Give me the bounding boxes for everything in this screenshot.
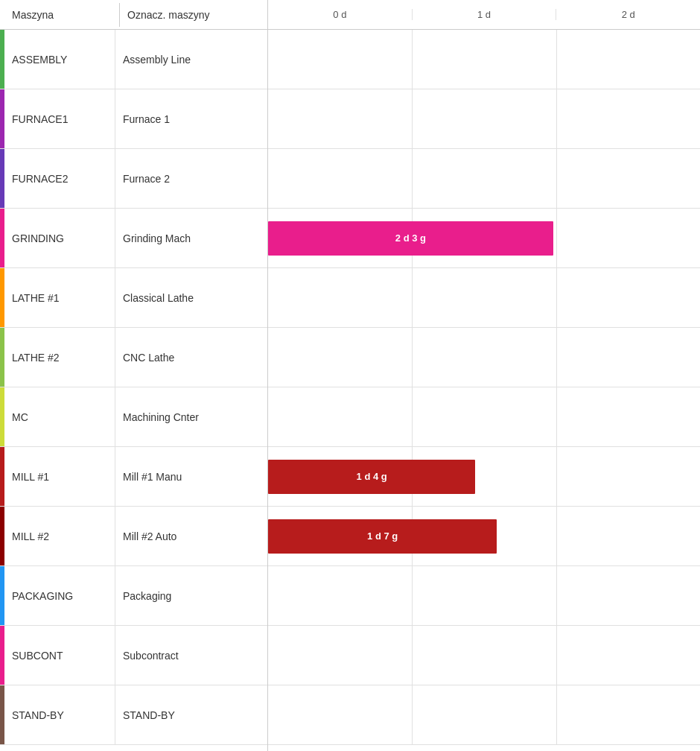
grid-line-2 (556, 566, 557, 625)
chart-row-packaging (268, 566, 700, 626)
grid-line-1 (412, 30, 413, 89)
machine-cell-mill2: MILL #2 (4, 507, 115, 565)
grid-line-1 (412, 149, 413, 208)
chart-grid (268, 328, 700, 387)
table-row-mill1: MILL #1 Mill #1 Manu (0, 447, 267, 507)
chart-grid (268, 149, 700, 208)
chart-grid (268, 685, 700, 744)
chart-header-2d: 2 d (556, 9, 700, 20)
grid-line-2 (556, 387, 557, 446)
chart-row-grinding: 2 d 3 g (268, 209, 700, 268)
chart-row-furnace2 (268, 149, 700, 209)
grid-line-2 (556, 685, 557, 744)
machine-cell-subcont: SUBCONT (4, 626, 115, 685)
chart-grid (268, 89, 700, 148)
label-cell-assembly: Assembly Line (115, 30, 267, 89)
grid-line-2 (556, 626, 557, 685)
header-label: Oznacz. maszyny (120, 3, 267, 27)
chart-row-subcont (268, 626, 700, 685)
grid-line-2 (556, 149, 557, 208)
chart-row-standby (268, 685, 700, 745)
grid-line-2 (556, 89, 557, 148)
chart-row-furnace1 (268, 89, 700, 149)
table-row-furnace1: FURNACE1 Furnace 1 (0, 89, 267, 149)
table-row-lathe1: LATHE #1 Classical Lathe (0, 268, 267, 328)
label-cell-standby: STAND-BY (115, 685, 267, 744)
grid-line-2 (556, 328, 557, 387)
label-cell-mill2: Mill #2 Auto (115, 507, 267, 565)
machine-cell-mc: MC (4, 387, 115, 446)
label-cell-packaging: Packaging (115, 566, 267, 625)
label-cell-furnace1: Furnace 1 (115, 89, 267, 148)
chart-grid (268, 626, 700, 685)
chart-row-mill1: 1 d 4 g (268, 447, 700, 507)
label-cell-grinding: Grinding Mach (115, 209, 267, 267)
chart-row-assembly (268, 30, 700, 89)
chart-grid (268, 268, 700, 327)
label-cell-subcont: Subcontract (115, 626, 267, 685)
label-cell-mill1: Mill #1 Manu (115, 447, 267, 506)
machine-cell-furnace2: FURNACE2 (4, 149, 115, 208)
table-row-lathe2: LATHE #2 CNC Lathe (0, 328, 267, 387)
grid-line-1 (412, 328, 413, 387)
table-row-assembly: ASSEMBLY Assembly Line (0, 30, 267, 89)
chart-grid (268, 30, 700, 89)
grid-line-1 (412, 685, 413, 744)
machine-cell-assembly: ASSEMBLY (4, 30, 115, 89)
right-chart: 0 d 1 d 2 d 2 d 3 g (268, 0, 700, 751)
table-row-packaging: PACKAGING Packaging (0, 566, 267, 626)
label-cell-lathe2: CNC Lathe (115, 328, 267, 387)
grid-line-2 (556, 30, 557, 89)
chart-row-lathe1 (268, 268, 700, 328)
grid-line-2 (556, 209, 557, 267)
grid-line-2 (556, 507, 557, 565)
table-row-furnace2: FURNACE2 Furnace 2 (0, 149, 267, 209)
chart-grid (268, 387, 700, 446)
machine-cell-grinding: GRINDING (4, 209, 115, 267)
chart-row-mill2: 1 d 7 g (268, 507, 700, 566)
machine-cell-packaging: PACKAGING (4, 566, 115, 625)
machine-cell-lathe1: LATHE #1 (4, 268, 115, 327)
table-row-mill2: MILL #2 Mill #2 Auto (0, 507, 267, 566)
machine-cell-mill1: MILL #1 (4, 447, 115, 506)
table-body: ASSEMBLY Assembly Line FURNACE1 Furnace … (0, 30, 267, 745)
gantt-bar-mill2[interactable]: 1 d 7 g (268, 519, 497, 554)
grid-line-1 (412, 626, 413, 685)
chart-body: 2 d 3 g 1 d 4 g 1 d 7 g (268, 30, 700, 751)
grid-line-1 (412, 387, 413, 446)
table-row-grinding: GRINDING Grinding Mach (0, 209, 267, 268)
table-row-mc: MC Machining Cnter (0, 387, 267, 447)
label-cell-furnace2: Furnace 2 (115, 149, 267, 208)
chart-header-0d: 0 d (268, 9, 413, 20)
grid-line-1 (412, 268, 413, 327)
main-container: Maszyna Oznacz. maszyny ASSEMBLY Assembl… (0, 0, 700, 751)
table-row-standby: STAND-BY STAND-BY (0, 685, 267, 745)
header-machine: Maszyna (4, 3, 120, 27)
gantt-bar-mill1[interactable]: 1 d 4 g (268, 460, 475, 494)
chart-row-lathe2 (268, 328, 700, 387)
grid-line-2 (556, 268, 557, 327)
label-cell-mc: Machining Cnter (115, 387, 267, 446)
gantt-bar-grinding[interactable]: 2 d 3 g (268, 221, 553, 256)
label-cell-lathe1: Classical Lathe (115, 268, 267, 327)
chart-header-1d: 1 d (413, 9, 557, 20)
chart-header: 0 d 1 d 2 d (268, 0, 700, 30)
grid-line-1 (412, 566, 413, 625)
grid-line-2 (556, 447, 557, 506)
chart-grid (268, 566, 700, 625)
table-header: Maszyna Oznacz. maszyny (0, 0, 267, 30)
machine-cell-furnace1: FURNACE1 (4, 89, 115, 148)
chart-row-mc (268, 387, 700, 447)
left-table: Maszyna Oznacz. maszyny ASSEMBLY Assembl… (0, 0, 268, 751)
grid-line-1 (412, 89, 413, 148)
table-row-subcont: SUBCONT Subcontract (0, 626, 267, 685)
machine-cell-standby: STAND-BY (4, 685, 115, 744)
machine-cell-lathe2: LATHE #2 (4, 328, 115, 387)
